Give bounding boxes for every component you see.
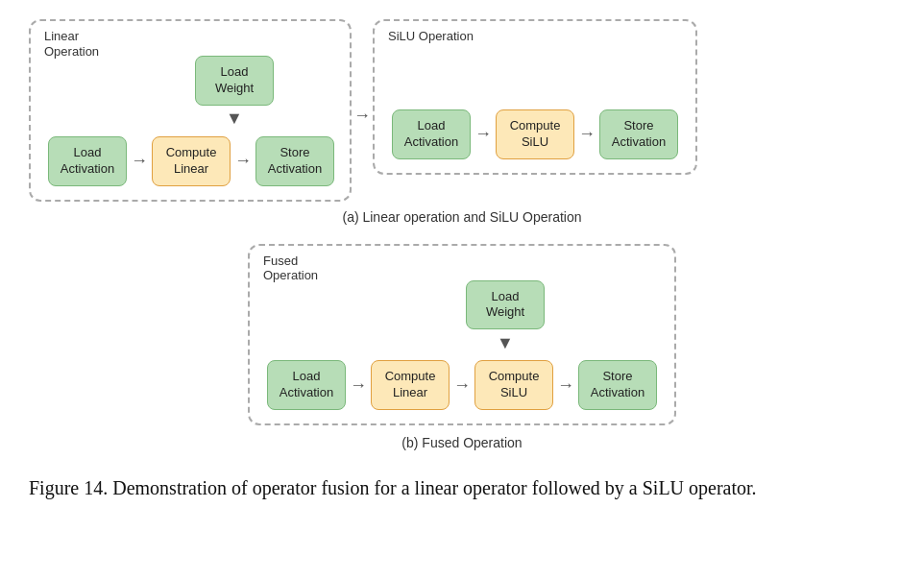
linear-node-row: LoadActivation → ComputeLinear → StoreAc…	[48, 136, 334, 186]
load-activation-node-b: LoadActivation	[267, 360, 346, 410]
fused-operation-box: FusedOperation LoadWeight ▼ LoadActivati…	[248, 244, 676, 426]
top-row-wrapper: LinearOperation Load Weight ▼ LoadActiva…	[29, 19, 895, 202]
load-weight-node-a: Load Weight	[195, 56, 274, 106]
caption-b: (b) Fused Operation	[401, 435, 522, 450]
arrow-between-sections: →	[350, 106, 375, 126]
compute-linear-node-b: ComputeLinear	[371, 360, 450, 410]
store-activation-node-a2: StoreActivation	[599, 109, 678, 159]
silu-node-row: LoadActivation → ComputeSiLU → StoreActi…	[392, 109, 678, 159]
arrow3-a: →	[471, 124, 496, 144]
store-activation-node-a1: StoreActivation	[255, 136, 334, 186]
linear-label: LinearOperation	[44, 29, 99, 59]
arrow3-b: →	[553, 375, 578, 396]
arrow1-a: →	[127, 151, 152, 171]
compute-silu-node-a: ComputeSiLU	[496, 109, 574, 159]
fused-label: FusedOperation	[263, 254, 318, 283]
diagram-a-container: LinearOperation Load Weight ▼ LoadActiva…	[29, 19, 895, 225]
figure-caption: Figure 14. Demonstration of operator fus…	[29, 473, 874, 502]
fused-node-row: LoadActivation → ComputeLinear → Compute…	[267, 360, 657, 410]
arrow2-a: →	[231, 151, 255, 171]
load-weight-node-b: LoadWeight	[466, 280, 545, 330]
compute-linear-node-a: ComputeLinear	[152, 136, 231, 186]
caption-a: (a) Linear operation and SiLU Operation	[29, 209, 895, 225]
arrow1-b: →	[346, 375, 371, 396]
arrow-weight-down-b: ▼	[497, 329, 514, 356]
compute-silu-node-b: ComputeSiLU	[474, 360, 553, 410]
arrow2-b: →	[450, 375, 474, 396]
load-activation-node-a2: LoadActivation	[392, 109, 471, 159]
arrow-weight-down-a: ▼	[226, 106, 243, 133]
load-activation-node-a1: LoadActivation	[48, 136, 127, 186]
diagram-b-container: FusedOperation LoadWeight ▼ LoadActivati…	[29, 244, 895, 451]
silu-operation-box: SiLU Operation LoadActivation → ComputeS…	[373, 19, 697, 175]
linear-operation-box: LinearOperation Load Weight ▼ LoadActiva…	[29, 19, 352, 202]
arrow4-a: →	[574, 124, 599, 144]
silu-label: SiLU Operation	[388, 29, 474, 44]
store-activation-node-b: StoreActivation	[578, 360, 657, 410]
